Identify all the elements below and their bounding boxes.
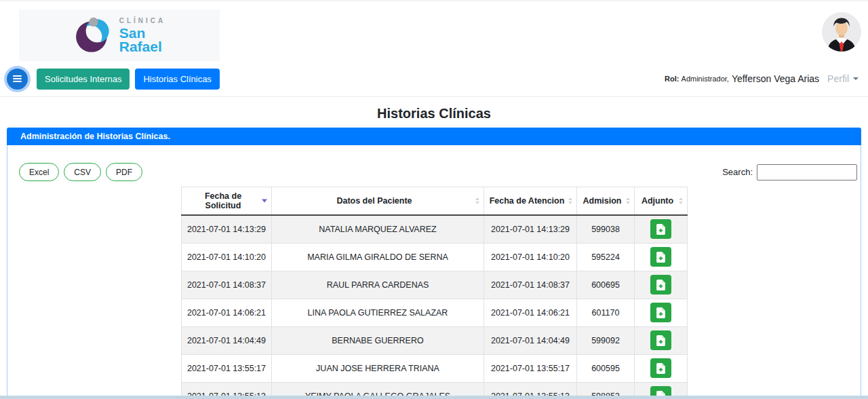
table-toolbar: Excel CSV PDF Search: [7, 163, 861, 181]
export-csv-button[interactable]: CSV [64, 163, 101, 181]
main-navbar: Solicitudes Internas Historias Clínicas … [0, 61, 868, 97]
table-row: 2021-07-01 14:04:49 BERNABE GUERRERO 202… [182, 326, 688, 354]
column-header-adjunto[interactable]: Adjunto [635, 187, 688, 216]
avatar-illustration [822, 12, 861, 52]
column-header-datos-paciente[interactable]: Datos del Paciente [272, 187, 484, 216]
top-header: CLÍNICA San Rafael [0, 0, 868, 61]
table-header-row: Fecha de Solicitud Datos del Paciente Fe… [182, 187, 688, 216]
attachment-button[interactable] [650, 358, 671, 378]
attachment-button[interactable] [650, 247, 671, 267]
historias-table: Fecha de Solicitud Datos del Paciente Fe… [181, 187, 688, 399]
cell-fecha-atencion: 2021-07-01 14:06:21 [484, 299, 577, 326]
cell-fecha-solicitud: 2021-07-01 14:06:21 [182, 299, 272, 326]
profile-label: Perfil [827, 73, 849, 84]
file-plus-icon [656, 335, 665, 346]
attachment-button[interactable] [650, 303, 671, 322]
logo-name-top: San [119, 26, 166, 40]
role-text: Rol: Administrador, [665, 75, 729, 83]
page-title: Historias Clínicas [0, 106, 868, 121]
sort-icon [626, 197, 630, 204]
historias-panel: Administración de Historias Clínicas. Ex… [7, 128, 861, 399]
table-row: 2021-07-01 13:55:17 JUAN JOSE HERRERA TR… [182, 354, 688, 382]
cell-admision: 601170 [577, 299, 635, 326]
horizontal-scrollbar[interactable] [0, 396, 868, 399]
table-row: 2021-07-01 14:13:29 NATALIA MARQUEZ ALVA… [182, 215, 688, 243]
table-row: 2021-07-01 14:10:20 MARIA GILMA GIRALDO … [182, 243, 688, 271]
sort-desc-icon [262, 200, 267, 203]
cell-datos-paciente: BERNABE GUERRERO [272, 326, 484, 354]
search-label: Search: [722, 167, 753, 177]
cell-adjunto [635, 243, 688, 271]
search-input[interactable] [757, 164, 857, 180]
export-pdf-button[interactable]: PDF [106, 163, 142, 181]
panel-header: Administración de Historias Clínicas. [7, 128, 861, 145]
attachment-button[interactable] [650, 219, 671, 239]
cell-datos-paciente: NATALIA MARQUEZ ALVAREZ [272, 215, 484, 243]
file-plus-icon [656, 224, 665, 235]
cell-datos-paciente: JUAN JOSE HERRERA TRIANA [272, 354, 484, 382]
user-info-area: Rol: Administrador, Yefferson Vega Arias… [665, 73, 859, 84]
role-label: Rol: [665, 75, 679, 83]
export-buttons: Excel CSV PDF [19, 163, 142, 181]
cell-admision: 599092 [577, 326, 635, 354]
attachment-button[interactable] [650, 275, 671, 294]
cell-admision: 595224 [577, 243, 635, 271]
profile-dropdown[interactable]: Perfil [827, 73, 859, 84]
cell-datos-paciente: LINA PAOLA GUTIERREZ SALAZAR [272, 299, 484, 326]
file-plus-icon [656, 307, 665, 318]
cell-fecha-solicitud: 2021-07-01 14:13:29 [182, 215, 272, 243]
file-plus-icon [656, 363, 665, 374]
file-plus-icon [656, 252, 665, 263]
cell-adjunto [635, 215, 688, 243]
nav-button-solicitudes-internas[interactable]: Solicitudes Internas [37, 69, 130, 90]
role-value: Administrador, [682, 75, 729, 83]
page: CLÍNICA San Rafael Solicitudes Internas [0, 0, 868, 399]
export-excel-button[interactable]: Excel [19, 163, 59, 181]
cell-admision: 599038 [577, 215, 635, 243]
cell-fecha-atencion: 2021-07-01 14:08:37 [484, 271, 577, 299]
cell-fecha-atencion: 2021-07-01 14:04:49 [484, 326, 577, 354]
cell-adjunto [635, 299, 688, 326]
cell-fecha-solicitud: 2021-07-01 14:08:37 [182, 271, 272, 299]
menu-toggle-button[interactable] [7, 69, 28, 90]
cell-fecha-solicitud: 2021-07-01 14:04:49 [182, 326, 272, 354]
attachment-button[interactable] [650, 330, 671, 350]
cell-datos-paciente: MARIA GILMA GIRALDO DE SERNA [272, 243, 484, 271]
file-plus-icon [656, 280, 665, 290]
cell-datos-paciente: RAUL PARRA CARDENAS [272, 271, 484, 299]
logo-name-bottom: Rafael [119, 40, 166, 54]
cell-fecha-atencion: 2021-07-01 14:10:20 [484, 243, 577, 271]
table-row: 2021-07-01 14:06:21 LINA PAOLA GUTIERREZ… [182, 299, 688, 326]
sort-icon [679, 197, 683, 204]
search-area: Search: [722, 164, 857, 180]
historias-table-wrapper: Fecha de Solicitud Datos del Paciente Fe… [181, 187, 687, 399]
sort-icon [475, 197, 479, 204]
clinic-logo: CLÍNICA San Rafael [19, 10, 220, 61]
logo-clinic-label: CLÍNICA [119, 18, 166, 24]
cell-fecha-atencion: 2021-07-01 13:55:17 [484, 354, 577, 382]
cell-admision: 600695 [577, 271, 635, 299]
column-header-admision[interactable]: Admision [577, 187, 635, 216]
column-header-fecha-atencion[interactable]: Fecha de Atencion [484, 187, 577, 216]
clinic-logo-icon [73, 13, 115, 58]
user-avatar[interactable] [822, 12, 861, 52]
sort-icon [568, 197, 572, 204]
chevron-down-icon [853, 77, 859, 80]
clinic-logo-text: CLÍNICA San Rafael [119, 18, 166, 54]
cell-fecha-solicitud: 2021-07-01 14:10:20 [182, 243, 272, 271]
panel-body: Excel CSV PDF Search: [7, 145, 861, 399]
cell-adjunto [635, 326, 688, 354]
nav-button-historias-clinicas[interactable]: Historias Clínicas [135, 69, 219, 90]
cell-fecha-solicitud: 2021-07-01 13:55:17 [182, 354, 272, 382]
cell-fecha-atencion: 2021-07-01 14:13:29 [484, 215, 577, 243]
cell-adjunto [635, 354, 688, 382]
user-name: Yefferson Vega Arias [732, 73, 819, 84]
hamburger-icon [13, 75, 22, 77]
column-header-fecha-solicitud[interactable]: Fecha de Solicitud [182, 187, 272, 216]
table-row: 2021-07-01 14:08:37 RAUL PARRA CARDENAS … [182, 271, 688, 299]
cell-adjunto [635, 271, 688, 299]
cell-admision: 600595 [577, 354, 635, 382]
